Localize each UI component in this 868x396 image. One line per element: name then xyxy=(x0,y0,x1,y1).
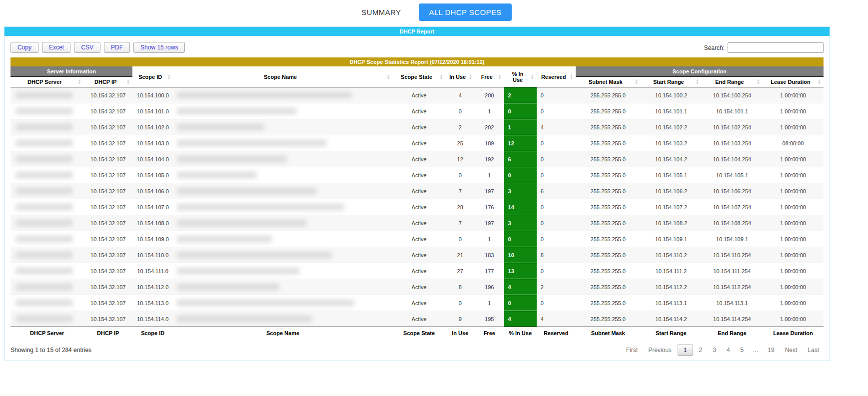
cell-end-range: 10.154.102.254 xyxy=(702,119,763,135)
cell-scope-name xyxy=(173,231,392,247)
tab-summary[interactable]: SUMMARY xyxy=(356,4,406,20)
table-row: 10.154.32.107 10.154.113.0 Active 0 1 0 … xyxy=(10,295,824,311)
cell-reserved: 4 xyxy=(537,119,576,135)
scope-name-redacted-blur xyxy=(177,220,307,226)
pagination-3[interactable]: 3 xyxy=(708,345,721,356)
pagination-previous[interactable]: Previous xyxy=(644,345,676,356)
column-header-pct-in-use[interactable]: % In Use▲▼ xyxy=(504,66,537,87)
footer-col-dhcp-server: DHCP Server xyxy=(10,327,83,340)
cell-scope-id: 10.154.103.0 xyxy=(132,135,173,151)
toolbar-button-copy[interactable]: Copy xyxy=(10,42,38,53)
table-row: 10.154.32.107 10.154.112.0 Active 8 196 … xyxy=(10,279,824,295)
cell-in-use: 8 xyxy=(445,279,475,295)
scope-name-redacted-blur xyxy=(177,204,344,210)
cell-lease-duration: 1.00:00:00 xyxy=(763,151,824,167)
cell-subnet-mask: 255.255.255.0 xyxy=(576,87,641,103)
dhcp-server-redacted-blur xyxy=(15,92,73,98)
column-header-start-range[interactable]: Start Range▲▼ xyxy=(641,77,702,87)
column-header-subnet-mask[interactable]: Subnet Mask▲▼ xyxy=(576,77,641,87)
toolbar-button-show-15-rows[interactable]: Show 15 rows xyxy=(133,42,185,53)
pagination-2[interactable]: 2 xyxy=(695,345,707,356)
cell-free: 197 xyxy=(475,215,504,231)
sort-icon: ▲▼ xyxy=(77,79,81,85)
cell-pct-in-use: 2 xyxy=(504,87,537,103)
toolbar-button-csv[interactable]: CSV xyxy=(74,42,100,53)
pagination-5[interactable]: 5 xyxy=(736,345,749,356)
column-header-free[interactable]: Free▲▼ xyxy=(475,66,504,87)
cell-start-range: 10.154.114.2 xyxy=(641,311,702,327)
sort-icon: ▲▼ xyxy=(439,74,443,80)
column-header-end-range[interactable]: End Range▲▼ xyxy=(702,77,763,87)
column-header-in-use[interactable]: In Use▲▼ xyxy=(445,66,475,87)
cell-reserved: 0 xyxy=(537,231,576,247)
column-header-scope-state[interactable]: Scope State▲▼ xyxy=(393,66,446,87)
table-header: Server Information Scope ID▲▼ Scope Name… xyxy=(10,66,824,87)
scope-name-redacted-blur xyxy=(177,156,287,162)
cell-scope-name xyxy=(173,87,392,103)
cell-scope-state: Active xyxy=(393,103,446,119)
cell-dhcp-server xyxy=(10,247,83,263)
cell-pct-in-use: 10 xyxy=(504,247,537,263)
cell-lease-duration: 1.00:00:00 xyxy=(763,167,824,183)
column-header-scope-name[interactable]: Scope Name▲▼ xyxy=(173,66,392,87)
cell-free: 195 xyxy=(475,311,504,327)
cell-in-use: 28 xyxy=(445,199,475,215)
sort-icon: ▲▼ xyxy=(696,79,699,85)
cell-end-range: 10.154.106.254 xyxy=(702,183,763,199)
scope-name-redacted-blur xyxy=(177,188,317,194)
cell-dhcp-server xyxy=(10,87,83,103)
table-row: 10.154.32.107 10.154.110.0 Active 21 183… xyxy=(10,247,824,263)
cell-scope-state: Active xyxy=(393,247,446,263)
dhcp-report-panel: DHCP Report CopyExcelCSVPDFShow 15 rows … xyxy=(4,26,830,361)
pagination-next[interactable]: Next xyxy=(781,345,802,356)
cell-reserved: 0 xyxy=(537,87,576,103)
cell-lease-duration: 1.00:00:00 xyxy=(763,119,824,135)
cell-end-range: 10.154.104.254 xyxy=(702,151,763,167)
cell-scope-name xyxy=(173,167,392,183)
toolbar-button-pdf[interactable]: PDF xyxy=(104,42,130,53)
cell-start-range: 10.154.108.2 xyxy=(641,215,702,231)
pagination-1[interactable]: 1 xyxy=(678,345,693,356)
column-header-lease-duration[interactable]: Lease Duration▲▼ xyxy=(763,77,824,87)
column-header-dhcp-server[interactable]: DHCP Server▲▼ xyxy=(10,77,83,87)
sort-icon: ▲▼ xyxy=(570,74,573,80)
dhcp-server-redacted-blur xyxy=(15,124,73,130)
cell-dhcp-ip: 10.154.32.107 xyxy=(83,199,132,215)
pagination-19[interactable]: 19 xyxy=(763,345,779,356)
cell-in-use: 12 xyxy=(445,151,475,167)
report-caption: DHCP Scope Statistics Report (07/12/2020… xyxy=(10,57,824,66)
cell-lease-duration: 1.00:00:00 xyxy=(763,311,824,327)
cell-dhcp-ip: 10.154.32.107 xyxy=(83,103,132,119)
cell-scope-state: Active xyxy=(393,311,446,327)
scope-name-redacted-blur xyxy=(177,252,332,258)
table-row: 10.154.32.107 10.154.114.0 Active 9 195 … xyxy=(10,311,824,327)
sort-icon: ▲▼ xyxy=(387,74,390,80)
cell-scope-state: Active xyxy=(393,215,446,231)
cell-reserved: 0 xyxy=(537,151,576,167)
toolbar-button-excel[interactable]: Excel xyxy=(42,42,70,53)
search-input[interactable] xyxy=(728,42,824,53)
cell-scope-state: Active xyxy=(393,135,446,151)
table-row: 10.154.32.107 10.154.100.0 Active 4 200 … xyxy=(10,87,824,103)
cell-dhcp-server xyxy=(10,151,83,167)
panel-body: CopyExcelCSVPDFShow 15 rows Search: DHCP… xyxy=(4,36,830,361)
cell-in-use: 0 xyxy=(445,231,475,247)
cell-dhcp-server xyxy=(10,103,83,119)
tab-all-dhcp-scopes[interactable]: ALL DHCP SCOPES xyxy=(419,3,511,21)
dhcp-server-redacted-blur xyxy=(15,268,73,274)
group-header-server-information: Server Information xyxy=(10,66,132,77)
pagination-4[interactable]: 4 xyxy=(722,345,735,356)
column-header-reserved[interactable]: Reserved▲▼ xyxy=(537,66,576,87)
cell-subnet-mask: 255.255.255.0 xyxy=(576,183,641,199)
group-header-scope-configuration: Scope Configuration xyxy=(576,66,824,77)
column-header-dhcp-ip[interactable]: DHCP IP▲▼ xyxy=(83,77,132,87)
cell-reserved: 4 xyxy=(537,311,576,327)
pagination-last[interactable]: Last xyxy=(803,345,824,356)
cell-lease-duration: 1.00:00:00 xyxy=(763,199,824,215)
scope-name-redacted-blur xyxy=(177,108,297,114)
column-header-scope-id[interactable]: Scope ID▲▼ xyxy=(132,66,173,87)
cell-scope-name xyxy=(173,263,392,279)
table-row: 10.154.32.107 10.154.105.0 Active 0 1 0 … xyxy=(10,167,824,183)
showing-entries-text: Showing 1 to 15 of 284 entries xyxy=(10,347,91,354)
pagination-first[interactable]: First xyxy=(622,345,642,356)
